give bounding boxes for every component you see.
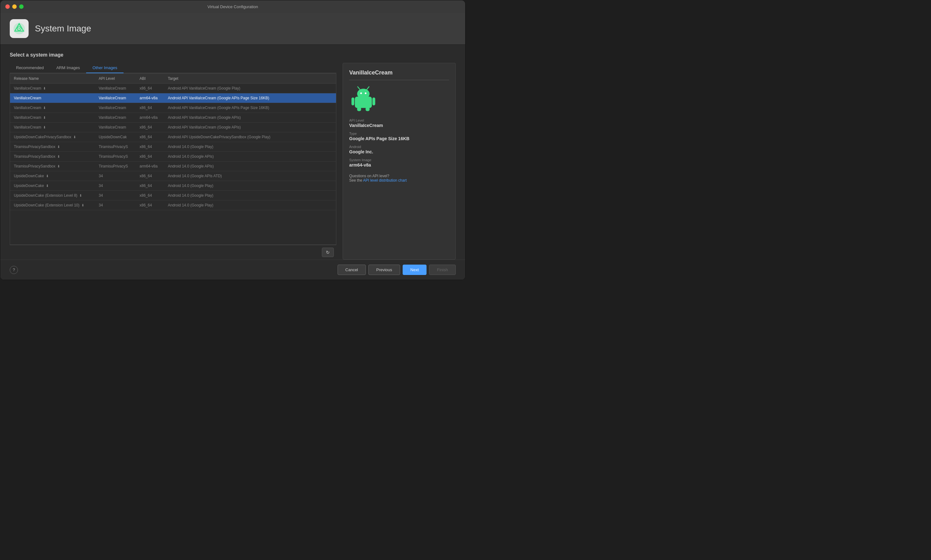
footer-right: Cancel Previous Next Finish [338,265,456,275]
table-row[interactable]: UpsideDownCake⬇34x86_64Android 14.0 (Goo… [10,171,336,181]
next-button[interactable]: Next [403,265,427,275]
col-release-name: Release Name [10,74,95,83]
download-icon[interactable]: ⬇ [46,184,49,188]
release-name-cell: TiramisuPrivacySandbox⬇ [10,152,95,161]
abi-cell: arm64-v8a [136,162,164,171]
download-icon[interactable]: ⬇ [43,86,46,91]
api-level-label: API Level [349,118,449,122]
release-name-cell: UpsideDownCake (Extension Level 8)⬇ [10,191,95,200]
abi-cell: x86_64 [136,123,164,132]
api-level-cell: VanillaIceCream [95,93,136,103]
tabs: Recommended ARM Images Other Images [10,63,336,73]
table-row[interactable]: VanillaIceCream⬇VanillaIceCreamx86_64And… [10,123,336,132]
svg-rect-10 [351,97,354,105]
target-cell: Android API VanillaIceCream (Google Play… [164,84,336,93]
tab-arm-images[interactable]: ARM Images [50,63,86,73]
download-icon[interactable]: ⬇ [46,174,49,178]
download-icon[interactable]: ⬇ [43,125,46,129]
table-row[interactable]: VanillaIceCream⬇VanillaIceCreamarm64-v8a… [10,113,336,123]
api-level-cell: TiramisuPrivacyS [95,152,136,161]
release-name-cell: VanillaIceCream⬇ [10,113,95,122]
api-see-text: See the [349,178,362,183]
page-title: System Image [35,23,91,34]
tab-recommended[interactable]: Recommended [10,63,50,73]
api-level-cell: TiramisuPrivacyS [95,162,136,171]
api-level-value: VanillaIceCream [349,123,449,128]
target-cell: Android 14.0 (Google APIs) [164,152,336,161]
android-logo-area [349,84,449,112]
header-section: System Image [0,13,465,45]
title-bar: Virtual Device Configuration [0,0,465,13]
refresh-area: ↻ [10,245,336,260]
cancel-button[interactable]: Cancel [338,265,366,275]
table-row[interactable]: VanillaIceCreamVanillaIceCreamarm64-v8aA… [10,93,336,103]
table-row[interactable]: TiramisuPrivacySandbox⬇TiramisuPrivacySx… [10,142,336,152]
help-button[interactable]: ? [10,266,18,274]
detail-fields: API Level VanillaIceCream Type Google AP… [349,118,449,168]
api-distribution-link[interactable]: API level distribution chart [363,178,407,183]
window-controls [5,5,23,9]
table-row[interactable]: UpsideDownCake⬇34x86_64Android 14.0 (Goo… [10,181,336,191]
target-cell: Android 14.0 (Google Play) [164,181,336,191]
svg-line-9 [367,87,369,89]
svg-line-8 [358,87,360,89]
tab-other-images[interactable]: Other Images [86,63,123,73]
table-row[interactable]: UpsideDownCake (Extension Level 8)⬇34x86… [10,191,336,200]
target-cell: Android API VanillaIceCream (Google APIs… [164,93,336,103]
table-row[interactable]: VanillaIceCream⬇VanillaIceCreamx86_64And… [10,103,336,113]
table-container: Release Name API Level ABI Target Vanill… [10,74,336,245]
abi-cell: x86_64 [136,181,164,191]
refresh-button[interactable]: ↻ [322,248,334,257]
header-icon [10,19,29,38]
table-row[interactable]: VanillaIceCream⬇VanillaIceCreamx86_64And… [10,84,336,93]
release-name-cell: UpsideDownCake⬇ [10,171,95,181]
svg-point-5 [357,89,369,98]
table-row[interactable]: UpsideDownCakePrivacySandbox⬇UpsideDownC… [10,132,336,142]
download-icon[interactable]: ⬇ [57,145,60,149]
table-row[interactable]: TiramisuPrivacySandbox⬇TiramisuPrivacySx… [10,152,336,162]
android-value: Google Inc. [349,149,449,154]
download-icon[interactable]: ⬇ [79,194,82,198]
target-cell: Android 14.0 (Google APIs ATD) [164,171,336,181]
main-window: Virtual Device Configuration System Imag… [0,0,466,280]
svg-rect-11 [372,97,375,105]
download-icon[interactable]: ⬇ [73,135,76,139]
table-header: Release Name API Level ABI Target [10,74,336,84]
api-level-cell: VanillaIceCream [95,84,136,93]
svg-point-6 [360,92,362,94]
api-question-text: Questions on API level? [349,174,389,178]
type-value: Google APIs Page Size 16KB [349,136,449,141]
release-name-cell: UpsideDownCake (Extension Level 10)⬇ [10,200,95,210]
main-content: Recommended ARM Images Other Images Rele… [10,63,456,260]
right-panel: VanillaIceCream [343,63,456,260]
detail-title: VanillaIceCream [349,69,449,80]
type-field: Type Google APIs Page Size 16KB [349,132,449,141]
svg-rect-12 [357,107,361,111]
download-icon[interactable]: ⬇ [57,165,60,168]
footer: ? Cancel Previous Next Finish [0,260,465,280]
api-level-link-area: Questions on API level? See the API leve… [349,174,449,183]
api-level-field: API Level VanillaIceCream [349,118,449,128]
left-panel: Recommended ARM Images Other Images Rele… [10,63,336,260]
minimize-button[interactable] [12,5,17,9]
col-api-level[interactable]: API Level [95,74,136,83]
target-cell: Android API VanillaIceCream (Google APIs… [164,103,336,112]
col-target: Target [164,74,336,83]
download-icon[interactable]: ⬇ [57,155,60,159]
download-icon[interactable]: ⬇ [43,106,46,110]
download-icon[interactable]: ⬇ [82,203,84,208]
api-level-cell: VanillaIceCream [95,113,136,122]
release-name-cell: VanillaIceCream⬇ [10,103,95,112]
table-row[interactable]: TiramisuPrivacySandbox⬇TiramisuPrivacySa… [10,162,336,171]
download-icon[interactable]: ⬇ [43,115,46,120]
system-image-field: System Image arm64-v8a [349,158,449,168]
target-cell: Android API UpsideDownCakePrivacySandbox… [164,132,336,142]
close-button[interactable] [5,5,10,9]
col-abi: ABI [136,74,164,83]
maximize-button[interactable] [19,5,23,9]
table-row[interactable]: UpsideDownCake (Extension Level 10)⬇34x8… [10,200,336,210]
detail-card: VanillaIceCream [343,63,456,260]
previous-button[interactable]: Previous [368,265,400,275]
abi-cell: x86_64 [136,191,164,200]
release-name-cell: VanillaIceCream [10,93,95,103]
